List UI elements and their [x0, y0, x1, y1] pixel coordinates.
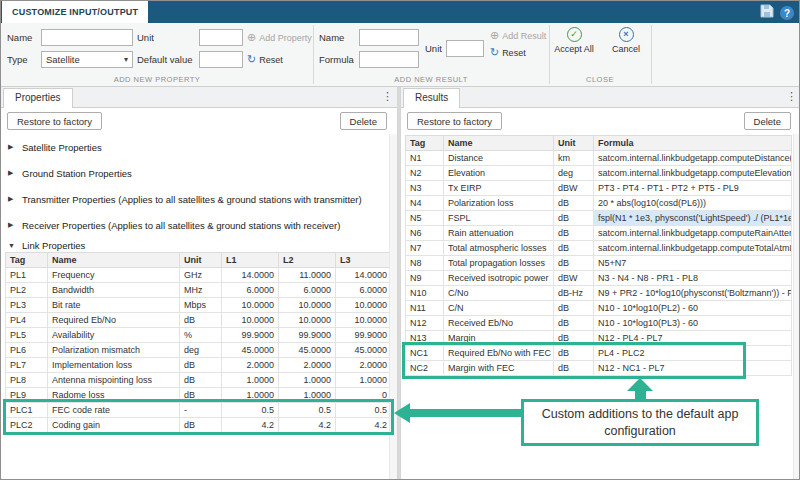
cell-l3[interactable]: 1.0000: [336, 373, 390, 388]
cell-l3[interactable]: 14.0000: [336, 268, 390, 283]
cell-tag[interactable]: N8: [406, 256, 444, 271]
cell-formula[interactable]: 20 * abs(log10(cosd(PL6))): [594, 196, 792, 211]
cell-tag[interactable]: N1: [406, 151, 444, 166]
property-unit-input[interactable]: [199, 29, 243, 46]
table-row[interactable]: PL6Polarization mismatchdeg45.000045.000…: [6, 343, 390, 358]
cell-l1[interactable]: 10.0000: [222, 313, 279, 328]
panel-menu-icon[interactable]: ⋮: [786, 90, 797, 103]
section-header[interactable]: ▶Transmitter Properties (Applies to all …: [1, 186, 389, 212]
cell-l2[interactable]: 99.9000: [279, 328, 336, 343]
result-unit-input[interactable]: [446, 40, 484, 57]
cell-tag[interactable]: N4: [406, 196, 444, 211]
table-row[interactable]: N10C/NodB-HzN9 + PR2 - 10*log10(physcons…: [406, 286, 792, 301]
cell-formula[interactable]: N5+N7: [594, 256, 792, 271]
cell-unit[interactable]: dBW: [554, 181, 594, 196]
cell-l1[interactable]: 99.9000: [222, 328, 279, 343]
cell-l2[interactable]: 10.0000: [279, 313, 336, 328]
cell-name[interactable]: Elevation: [444, 166, 554, 181]
cell-unit[interactable]: dB: [554, 196, 594, 211]
cell-unit[interactable]: dB: [554, 316, 594, 331]
cell-unit[interactable]: dB: [554, 241, 594, 256]
cell-tag[interactable]: N12: [406, 316, 444, 331]
cell-unit[interactable]: %: [180, 328, 222, 343]
tab-customize-input-output[interactable]: CUSTOMIZE INPUT/OUTPUT: [2, 1, 148, 23]
cell-tag[interactable]: N2: [406, 166, 444, 181]
cell-l3[interactable]: 6.0000: [336, 283, 390, 298]
cell-formula[interactable]: N3 - N4 - N8 - PR1 - PL8: [594, 271, 792, 286]
cell-l3[interactable]: 10.0000: [336, 313, 390, 328]
table-row[interactable]: N12Received Eb/NodBN10 - 10*log10(PL3) -…: [406, 316, 792, 331]
restore-factory-button[interactable]: Restore to factory: [7, 112, 102, 130]
cell-tag[interactable]: PL2: [6, 283, 48, 298]
cell-l1[interactable]: 10.0000: [222, 298, 279, 313]
panel-menu-icon[interactable]: ⋮: [382, 90, 393, 103]
cell-name[interactable]: C/N: [444, 301, 554, 316]
cell-unit[interactable]: deg: [554, 166, 594, 181]
cell-formula[interactable]: N10 - 10*log10(PL2) - 60: [594, 301, 792, 316]
cell-tag[interactable]: N9: [406, 271, 444, 286]
cell-unit[interactable]: dB-Hz: [554, 286, 594, 301]
cell-tag[interactable]: PL4: [6, 313, 48, 328]
section-header[interactable]: ▶Ground Station Properties: [1, 160, 389, 186]
tab-results[interactable]: Results: [403, 88, 460, 108]
table-row[interactable]: PL2BandwidthMHz6.00006.00006.0000: [6, 283, 390, 298]
cell-name[interactable]: C/No: [444, 286, 554, 301]
cell-l2[interactable]: 45.0000: [279, 343, 336, 358]
result-formula-input[interactable]: [359, 51, 419, 68]
cell-l2[interactable]: 1.0000: [279, 373, 336, 388]
cell-unit[interactable]: deg: [180, 343, 222, 358]
cell-tag[interactable]: PL6: [6, 343, 48, 358]
delete-button[interactable]: Delete: [340, 112, 387, 130]
cell-unit[interactable]: GHz: [180, 268, 222, 283]
result-name-input[interactable]: [359, 29, 419, 46]
cell-unit[interactable]: dB: [554, 256, 594, 271]
cell-tag[interactable]: N11: [406, 301, 444, 316]
table-row[interactable]: N5FSPLdBfspl(N1 * 1e3, physconst('LightS…: [406, 211, 792, 226]
cancel-button[interactable]: × Cancel: [604, 27, 648, 54]
cell-l2[interactable]: 10.0000: [279, 298, 336, 313]
section-header[interactable]: ▼Link Properties: [1, 238, 389, 252]
cell-name[interactable]: Received Eb/No: [444, 316, 554, 331]
property-name-input[interactable]: [41, 29, 133, 46]
cell-tag[interactable]: N6: [406, 226, 444, 241]
cell-l2[interactable]: 11.0000: [279, 268, 336, 283]
property-default-value-input[interactable]: [199, 51, 243, 68]
cell-unit[interactable]: MHz: [180, 283, 222, 298]
cell-unit[interactable]: dB: [554, 301, 594, 316]
cell-l1[interactable]: 14.0000: [222, 268, 279, 283]
cell-name[interactable]: Distance: [444, 151, 554, 166]
cell-l1[interactable]: 2.0000: [222, 358, 279, 373]
table-row[interactable]: PL3Bit rateMbps10.000010.000010.0000: [6, 298, 390, 313]
table-row[interactable]: N2Elevationdegsatcom.internal.linkbudget…: [406, 166, 792, 181]
cell-tag[interactable]: PL8: [6, 373, 48, 388]
reset-property-button[interactable]: ↻ Reset: [247, 54, 312, 65]
table-row[interactable]: N3Tx EIRPdBWPT3 - PT4 - PT1 - PT2 + PT5 …: [406, 181, 792, 196]
table-row[interactable]: N4Polarization lossdB20 * abs(log10(cosd…: [406, 196, 792, 211]
cell-l1[interactable]: 45.0000: [222, 343, 279, 358]
cell-name[interactable]: Bit rate: [48, 298, 180, 313]
cell-l3[interactable]: 2.0000: [336, 358, 390, 373]
table-row[interactable]: N7Total atmospheric lossesdBsatcom.inter…: [406, 241, 792, 256]
cell-l3[interactable]: 10.0000: [336, 298, 390, 313]
cell-name[interactable]: Total propagation losses: [444, 256, 554, 271]
cell-l3[interactable]: 99.9000: [336, 328, 390, 343]
accept-all-button[interactable]: ✓ Accept All: [552, 27, 596, 54]
add-property-button[interactable]: ⊕ Add Property: [247, 32, 312, 43]
table-row[interactable]: N1Distancekmsatcom.internal.linkbudgetap…: [406, 151, 792, 166]
table-row[interactable]: N11C/NdBN10 - 10*log10(PL2) - 60: [406, 301, 792, 316]
cell-tag[interactable]: PL5: [6, 328, 48, 343]
table-row[interactable]: N9Received isotropic powerdBWN3 - N4 - N…: [406, 271, 792, 286]
cell-unit[interactable]: dB: [180, 373, 222, 388]
cell-name[interactable]: Polarization loss: [444, 196, 554, 211]
cell-name[interactable]: Availability: [48, 328, 180, 343]
cell-tag[interactable]: PL3: [6, 298, 48, 313]
restore-factory-button[interactable]: Restore to factory: [407, 112, 502, 130]
reset-result-button[interactable]: ↻ Reset: [490, 47, 546, 58]
cell-formula[interactable]: satcom.internal.linkbudgetapp.computeRai…: [594, 226, 792, 241]
cell-l1[interactable]: 6.0000: [222, 283, 279, 298]
table-row[interactable]: N8Total propagation lossesdBN5+N7: [406, 256, 792, 271]
table-row[interactable]: PL8Antenna mispointing lossdB1.00001.000…: [6, 373, 390, 388]
table-row[interactable]: N6Rain attenuationdBsatcom.internal.link…: [406, 226, 792, 241]
add-result-button[interactable]: ⊕ Add Result: [490, 30, 546, 41]
table-row[interactable]: PL7Implementation lossdB2.00002.00002.00…: [6, 358, 390, 373]
